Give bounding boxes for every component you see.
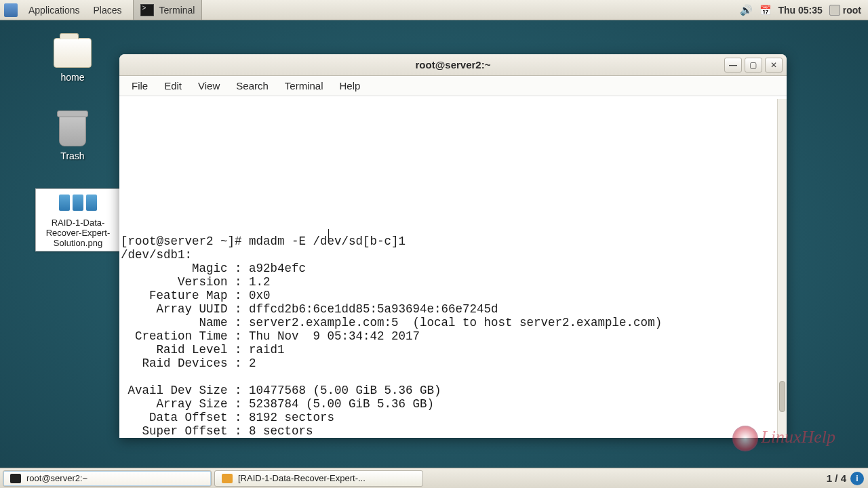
top-panel: Applications Places Terminal 🔊 📅 Thu 05:… <box>0 0 868 20</box>
places-menu[interactable]: Places <box>87 0 129 20</box>
watermark: LinuxHelp <box>732 426 835 451</box>
watermark-icon <box>732 426 758 451</box>
task-image-label: [RAID-1-Data-Recover-Expert-... <box>238 473 366 483</box>
menu-edit[interactable]: Edit <box>156 77 190 94</box>
workspace-pager[interactable]: 1 / 4 i <box>827 472 864 485</box>
applications-menu[interactable]: Applications <box>22 0 87 20</box>
folder-icon <box>54 38 92 68</box>
scrollbar[interactable] <box>777 99 787 438</box>
task-terminal[interactable]: root@server2:~ <box>3 470 212 487</box>
desktop-raid-file[interactable]: RAID-1-Data-Recover-Expert-Solution.png <box>35 188 121 251</box>
panel-left: Applications Places Terminal <box>0 0 202 20</box>
desktop-trash-label: Trash <box>35 150 110 161</box>
distro-icon[interactable] <box>4 3 18 17</box>
menu-help[interactable]: Help <box>332 77 369 94</box>
desktop-trash[interactable]: Trash <box>35 114 110 161</box>
minimize-button[interactable]: — <box>724 58 742 73</box>
terminal-icon <box>140 4 154 16</box>
terminal-content[interactable]: [root@server2 ~]# mdadm -E /dev/sd[b-c]1… <box>119 96 787 438</box>
menu-file[interactable]: File <box>123 77 156 94</box>
image-thumb <box>37 190 119 215</box>
trash-icon <box>59 114 86 146</box>
panel-right: 🔊 📅 Thu 05:35 root <box>740 0 868 20</box>
menu-search[interactable]: Search <box>228 77 277 94</box>
watermark-text: LinuxHelp <box>761 427 835 447</box>
desktop-raid-file-label: RAID-1-Data-Recover-Expert-Solution.png <box>37 218 119 248</box>
desktop-home-label: home <box>35 72 110 83</box>
menubar: File Edit View Search Terminal Help <box>119 76 787 96</box>
clock[interactable]: Thu 05:35 <box>778 5 822 16</box>
show-desktop-button[interactable]: i <box>850 472 864 485</box>
terminal-icon <box>10 474 21 483</box>
text-cursor <box>328 229 329 241</box>
terminal-launcher-label: Terminal <box>159 5 195 16</box>
task-terminal-label: root@server2:~ <box>26 473 87 483</box>
pager-label: 1 / 4 <box>827 472 846 484</box>
image-icon <box>222 474 233 483</box>
user-menu[interactable]: root <box>829 5 861 16</box>
bottom-panel: root@server2:~ [RAID-1-Data-Recover-Expe… <box>0 468 868 488</box>
menu-terminal[interactable]: Terminal <box>277 77 332 94</box>
user-label: root <box>843 5 861 16</box>
scrollbar-thumb[interactable] <box>779 381 785 412</box>
desktop-home[interactable]: home <box>35 38 110 83</box>
window-title: root@server2:~ <box>416 59 491 70</box>
titlebar[interactable]: root@server2:~ — ▢ ✕ <box>119 54 787 76</box>
menu-view[interactable]: View <box>190 77 228 94</box>
user-icon <box>829 5 840 16</box>
task-image-viewer[interactable]: [RAID-1-Data-Recover-Expert-... <box>214 470 423 487</box>
terminal-window: root@server2:~ — ▢ ✕ File Edit View Sear… <box>119 54 787 438</box>
close-button[interactable]: ✕ <box>765 58 783 73</box>
maximize-button[interactable]: ▢ <box>745 58 762 73</box>
calendar-icon[interactable]: 📅 <box>760 5 771 16</box>
volume-icon[interactable]: 🔊 <box>740 4 753 16</box>
window-controls: — ▢ ✕ <box>724 58 783 73</box>
terminal-launcher[interactable]: Terminal <box>133 0 203 20</box>
